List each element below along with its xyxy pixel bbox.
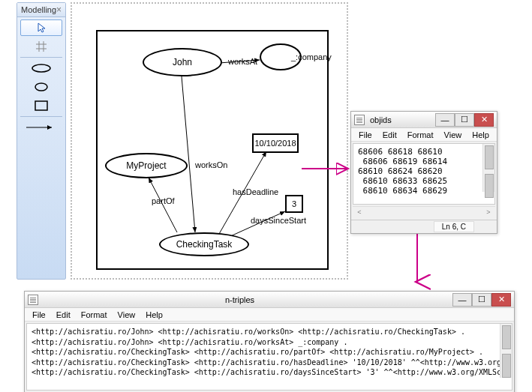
line: 68606 68619 68614 xyxy=(358,157,447,166)
rectangle-icon xyxy=(35,100,48,111)
transfer-arrow-2 xyxy=(402,225,432,292)
minimize-button[interactable]: — xyxy=(452,293,472,307)
window-title: n-triples xyxy=(27,295,452,304)
window-title: objids xyxy=(368,115,435,124)
node-myproject[interactable]: MyProject xyxy=(105,153,188,178)
line: <http://achisratiu.ro/John> <http://achi… xyxy=(32,338,347,346)
maximize-button[interactable]: ☐ xyxy=(455,113,474,127)
node-label: 10/10/2018 xyxy=(254,139,296,148)
node-company-label: _:company xyxy=(291,52,332,61)
node-label: 3 xyxy=(292,199,296,208)
line: <http://achisratiu.ro/CheckingTask> <htt… xyxy=(32,358,512,367)
cursor-position: Ln 6, C xyxy=(434,221,474,232)
svg-point-4 xyxy=(32,64,50,72)
diagram-frame: John _:company worksAt MyProject worksOn… xyxy=(96,30,329,270)
line: <http://achisratiu.ro/CheckingTask> <htt… xyxy=(32,348,483,356)
tool-ellipse-small[interactable] xyxy=(20,79,62,95)
menu-edit[interactable]: Edit xyxy=(52,309,75,321)
tool-ellipse[interactable] xyxy=(20,60,62,76)
edge-worksOn: worksOn xyxy=(195,160,227,169)
edge-worksAt: worksAt xyxy=(228,57,257,66)
maximize-button[interactable]: ☐ xyxy=(472,293,491,307)
scrollbar-vertical[interactable] xyxy=(482,144,494,192)
svg-line-9 xyxy=(182,76,195,232)
close-button[interactable]: ✕ xyxy=(491,293,511,307)
line: 68610 68634 68629 xyxy=(358,186,447,196)
menu-file[interactable]: File xyxy=(354,129,377,141)
arrow-icon xyxy=(26,124,56,131)
notepad-icon xyxy=(354,115,365,125)
menu-format[interactable]: Format xyxy=(77,309,112,321)
scrollbar-vertical[interactable] xyxy=(500,324,512,378)
line: 68610 68633 68625 xyxy=(358,176,447,186)
node-days[interactable]: 3 xyxy=(285,195,303,213)
menu-file[interactable]: File xyxy=(28,309,50,321)
tool-arrow[interactable] xyxy=(20,119,62,136)
menu-help[interactable]: Help xyxy=(467,129,494,141)
node-john[interactable]: John xyxy=(143,48,222,76)
diagram-canvas[interactable]: John _:company worksAt MyProject worksOn… xyxy=(71,2,348,280)
grid-icon xyxy=(36,41,47,52)
svg-rect-6 xyxy=(35,101,47,110)
objids-window: objids — ☐ ✕ File Edit Format View Help … xyxy=(350,111,497,234)
pointer-icon xyxy=(37,22,46,33)
edge-hasDeadline: hasDeadline xyxy=(233,187,278,196)
node-date[interactable]: 10/10/2018 xyxy=(252,133,299,153)
menu-view[interactable]: View xyxy=(440,129,467,141)
node-label: MyProject xyxy=(126,160,166,171)
statusbar: Ln 6, C xyxy=(351,220,497,233)
tool-rectangle[interactable] xyxy=(20,97,62,114)
menu-view[interactable]: View xyxy=(113,309,140,321)
window-buttons: — ☐ ✕ xyxy=(435,113,494,127)
ellipse-icon xyxy=(32,64,51,73)
modelling-palette: Modelling × xyxy=(17,2,66,280)
ntriples-window: n-triples — ☐ ✕ File Edit Format View He… xyxy=(24,291,515,392)
text-content[interactable]: <http://achisratiu.ro/John> <http://achi… xyxy=(26,323,512,391)
menu-edit[interactable]: Edit xyxy=(378,129,401,141)
node-label: John xyxy=(173,57,192,67)
menu-help[interactable]: Help xyxy=(141,309,167,321)
modelling-title-text: Modelling xyxy=(21,5,56,14)
menubar: File Edit Format View Help xyxy=(25,308,514,322)
line: <http://achisratiu.ro/CheckingTask> <htt… xyxy=(32,368,512,376)
line: 68610 68624 68620 xyxy=(358,166,443,176)
tool-grid[interactable] xyxy=(20,38,62,55)
line: <http://achisratiu.ro/John> <http://achi… xyxy=(32,328,465,336)
edge-daysSinceStart: daysSinceStart xyxy=(251,216,306,225)
tool-pointer[interactable] xyxy=(20,19,62,36)
separator xyxy=(20,57,62,58)
node-label: CheckingTask xyxy=(176,239,233,250)
node-checkingtask[interactable]: CheckingTask xyxy=(159,232,249,256)
svg-point-5 xyxy=(35,83,47,91)
edge-partOf: partOf xyxy=(152,196,175,205)
separator xyxy=(20,116,62,117)
window-titlebar[interactable]: objids — ☐ ✕ xyxy=(351,112,497,128)
window-titlebar[interactable]: n-triples — ☐ ✕ xyxy=(25,292,514,308)
minimize-button[interactable]: — xyxy=(435,113,455,127)
line: 68606 68618 68610 xyxy=(358,147,443,157)
ellipse-small-icon xyxy=(35,82,48,91)
modelling-title: Modelling × xyxy=(17,3,65,17)
notepad-icon xyxy=(28,295,38,305)
menubar: File Edit Format View Help xyxy=(351,128,497,142)
scrollbar-horizontal[interactable] xyxy=(353,206,495,218)
close-icon[interactable]: × xyxy=(56,4,62,15)
window-buttons: — ☐ ✕ xyxy=(452,293,511,307)
close-button[interactable]: ✕ xyxy=(474,113,494,127)
menu-format[interactable]: Format xyxy=(403,129,438,141)
text-content[interactable]: 68606 68618 68610 68606 68619 68614 6861… xyxy=(353,143,495,205)
